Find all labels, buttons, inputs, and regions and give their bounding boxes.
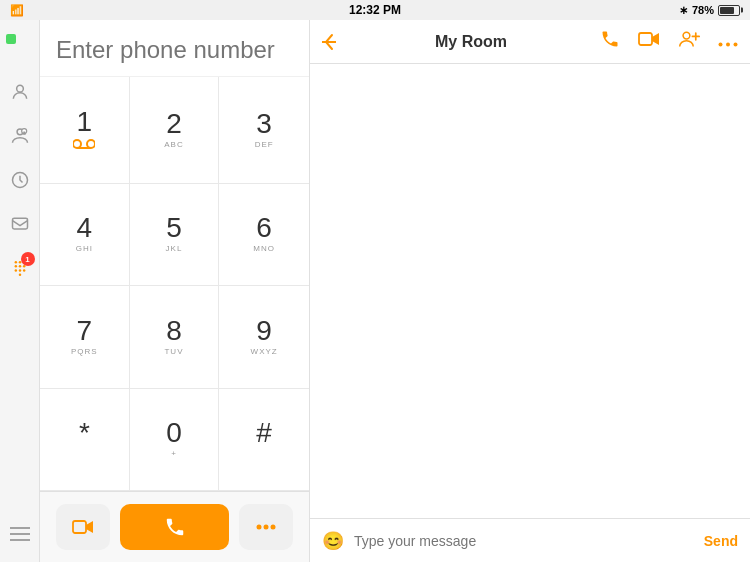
emoji-icon[interactable]: 😊 bbox=[322, 530, 344, 552]
svg-rect-27 bbox=[639, 33, 652, 45]
chat-header: My Room bbox=[310, 20, 750, 64]
key-8-number: 8 bbox=[166, 317, 182, 345]
sidebar-item-recent[interactable] bbox=[2, 162, 38, 198]
key-star[interactable]: * bbox=[40, 389, 130, 492]
chat-footer: 😊 Send bbox=[310, 518, 750, 562]
status-bar-left: 📶 bbox=[10, 4, 24, 17]
svg-point-28 bbox=[683, 32, 690, 39]
key-6[interactable]: 6 MNO bbox=[219, 184, 309, 287]
key-3[interactable]: 3 DEF bbox=[219, 77, 309, 184]
svg-rect-5 bbox=[12, 218, 27, 229]
send-button[interactable]: Send bbox=[704, 533, 738, 549]
svg-point-6 bbox=[14, 261, 17, 264]
svg-point-15 bbox=[18, 273, 21, 276]
key-5[interactable]: 5 JKL bbox=[130, 184, 220, 287]
sidebar: + bbox=[0, 20, 40, 562]
svg-point-23 bbox=[257, 525, 262, 530]
header-more-icon[interactable] bbox=[718, 31, 738, 52]
chat-header-left bbox=[322, 31, 342, 53]
header-phone-icon[interactable] bbox=[600, 29, 620, 54]
key-7-letters: PQRS bbox=[71, 347, 98, 357]
svg-point-13 bbox=[18, 269, 21, 272]
svg-point-32 bbox=[726, 43, 730, 47]
key-6-letters: MNO bbox=[253, 244, 275, 254]
key-2[interactable]: 2 ABC bbox=[130, 77, 220, 184]
battery-fill bbox=[720, 7, 734, 14]
sidebar-item-menu[interactable] bbox=[2, 516, 38, 552]
chat-room-title: My Room bbox=[435, 33, 507, 51]
key-9[interactable]: 9 WXYZ bbox=[219, 286, 309, 389]
svg-point-0 bbox=[16, 85, 23, 92]
svg-point-24 bbox=[264, 525, 269, 530]
svg-rect-22 bbox=[73, 521, 86, 533]
action-buttons bbox=[40, 491, 309, 562]
sidebar-item-status[interactable] bbox=[2, 30, 38, 66]
key-2-number: 2 bbox=[166, 110, 182, 138]
status-bar: 📶 12:32 PM ∗ 78% bbox=[0, 0, 750, 20]
more-button[interactable] bbox=[239, 504, 293, 550]
back-icon[interactable] bbox=[322, 31, 338, 53]
svg-point-12 bbox=[14, 269, 17, 272]
key-4[interactable]: 4 GHI bbox=[40, 184, 130, 287]
key-0-number: 0 bbox=[166, 419, 182, 447]
key-1-number: 1 bbox=[77, 108, 93, 136]
key-9-letters: WXYZ bbox=[251, 347, 278, 357]
key-9-number: 9 bbox=[256, 317, 272, 345]
voice-call-button[interactable] bbox=[120, 504, 229, 550]
keypad: 1 2 ABC 3 DEF 4 bbox=[40, 77, 309, 491]
chat-panel: My Room bbox=[310, 20, 750, 562]
svg-point-33 bbox=[734, 43, 738, 47]
phone-input-area bbox=[40, 20, 309, 77]
sidebar-item-messages[interactable] bbox=[2, 206, 38, 242]
key-8-letters: TUV bbox=[164, 347, 183, 357]
key-0[interactable]: 0 + bbox=[130, 389, 220, 492]
battery-pct-label: 78% bbox=[692, 4, 714, 16]
sidebar-item-profile[interactable]: + bbox=[2, 118, 38, 154]
chat-header-right bbox=[600, 29, 738, 54]
key-3-number: 3 bbox=[256, 110, 272, 138]
key-hash[interactable]: # bbox=[219, 389, 309, 492]
video-call-button[interactable] bbox=[56, 504, 110, 550]
sidebar-item-contacts[interactable] bbox=[2, 74, 38, 110]
chat-input[interactable] bbox=[354, 533, 694, 549]
key-5-letters: JKL bbox=[166, 244, 183, 254]
header-video-icon[interactable] bbox=[638, 31, 660, 52]
chat-body bbox=[310, 64, 750, 518]
battery-icon bbox=[718, 5, 740, 16]
main-layout: + bbox=[0, 20, 750, 562]
status-bar-time: 12:32 PM bbox=[349, 3, 401, 17]
key-1[interactable]: 1 bbox=[40, 77, 130, 184]
status-bar-right: ∗ 78% bbox=[679, 4, 740, 17]
key-0-letters: + bbox=[171, 449, 177, 459]
voicemail-icon bbox=[73, 136, 95, 152]
sidebar-item-dialpad[interactable]: 1 bbox=[2, 250, 38, 286]
key-8[interactable]: 8 TUV bbox=[130, 286, 220, 389]
svg-point-25 bbox=[271, 525, 276, 530]
phone-input[interactable] bbox=[56, 36, 293, 64]
svg-point-20 bbox=[87, 140, 95, 148]
key-4-letters: GHI bbox=[76, 244, 93, 254]
dialpad-badge: 1 bbox=[21, 252, 35, 266]
key-4-number: 4 bbox=[77, 214, 93, 242]
wifi-icon: 📶 bbox=[10, 4, 24, 17]
svg-point-14 bbox=[22, 269, 25, 272]
key-5-number: 5 bbox=[166, 214, 182, 242]
svg-point-31 bbox=[719, 43, 723, 47]
key-3-letters: DEF bbox=[255, 140, 274, 150]
svg-point-19 bbox=[73, 140, 81, 148]
svg-point-9 bbox=[14, 265, 17, 268]
header-add-person-icon[interactable] bbox=[678, 29, 700, 54]
bluetooth-icon: ∗ bbox=[679, 4, 688, 17]
key-hash-number: # bbox=[256, 419, 272, 447]
key-7[interactable]: 7 PQRS bbox=[40, 286, 130, 389]
key-6-number: 6 bbox=[256, 214, 272, 242]
key-star-number: * bbox=[79, 419, 90, 447]
svg-point-7 bbox=[18, 261, 21, 264]
dialpad-panel: 1 2 ABC 3 DEF 4 bbox=[40, 20, 310, 562]
key-2-letters: ABC bbox=[164, 140, 183, 150]
svg-point-10 bbox=[18, 265, 21, 268]
key-7-number: 7 bbox=[77, 317, 93, 345]
